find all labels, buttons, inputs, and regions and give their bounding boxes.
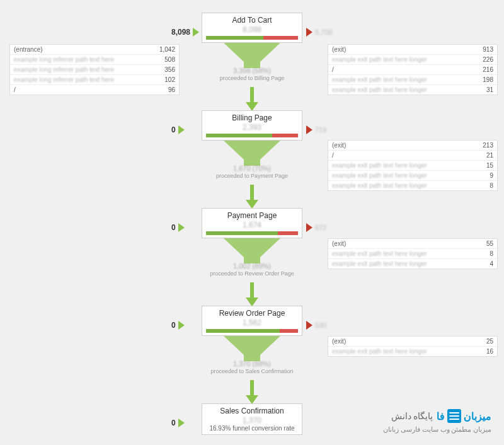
conversion-rate-text: 16.93% funnel conversion rate [206, 425, 298, 432]
row-value: 102 [150, 76, 175, 83]
entry-arrow: 0 [171, 321, 185, 330]
row-value: 508 [150, 56, 175, 63]
row-label: example exit path text here longer [332, 348, 468, 355]
funnel-connector: 3,398 (58%)proceeded to Billing Page [202, 43, 302, 81]
table-row: (entrance)1,042 [10, 45, 179, 55]
row-value: 55 [468, 240, 493, 247]
row-label: (exit) [332, 46, 468, 53]
row-value: 226 [468, 56, 493, 63]
proceed-count: 3,398 (58%) [202, 67, 302, 74]
arrow-right-icon [178, 419, 185, 427]
proceed-count: 1,370 (88%) [202, 360, 302, 367]
table-row: example long referrer path text here356 [10, 65, 179, 75]
table-row: example exit path text here longer4 [328, 259, 497, 269]
row-label: example long referrer path text here [14, 76, 150, 83]
progress-bar [206, 36, 298, 40]
table-row: example exit path text here longer8 [328, 181, 497, 190]
table-row: example exit path text here longer9 [328, 171, 497, 181]
row-label: (exit) [332, 240, 468, 247]
step-count: 1,674 [206, 221, 298, 229]
exit-arrow: 5,700 [306, 28, 333, 37]
table-row: /21 [328, 151, 497, 161]
step-title: Billing Page [206, 113, 298, 122]
arrow-stem [250, 185, 254, 201]
proceed-label: proceeded to Billing Page [202, 75, 302, 81]
row-value: 4 [468, 260, 493, 267]
table-row: /96 [10, 85, 179, 95]
row-value: 16 [468, 348, 493, 355]
brand-logo-icon [447, 409, 461, 423]
arrow-right-icon [178, 125, 185, 134]
proceed-label: proceeded to Review Order Page [202, 270, 302, 277]
row-value: 25 [468, 338, 493, 345]
row-label: example exit path text here longer [332, 172, 468, 179]
row-label: example exit path text here longer [332, 182, 468, 189]
row-label: example exit path text here longer [332, 56, 468, 63]
arrow-right-icon [193, 28, 199, 37]
funnel-step-box: Billing Page2,393 [202, 110, 302, 141]
table-row: example long referrer path text here508 [10, 55, 179, 65]
step-title: Sales Confirmation [206, 407, 298, 415]
row-label: example exit path text here longer [332, 260, 468, 267]
arrow-down-icon [246, 200, 258, 209]
row-label: example exit path text here longer [332, 76, 468, 83]
step-count: 8,098 [206, 25, 298, 34]
table-row: example exit path text here longer15 [328, 161, 497, 171]
row-value: 21 [468, 152, 493, 159]
brand-logo: فا میزبان [437, 409, 491, 423]
table-row: example exit path text here longer198 [328, 75, 497, 85]
exit-count: 5,700 [315, 28, 333, 36]
funnel-connector: 1,370 (88%)proceeded to Sales Confirmati… [202, 336, 302, 374]
arrow-down-icon [246, 298, 258, 306]
arrow-right-icon [306, 321, 312, 330]
entry-count: 0 [171, 321, 176, 330]
entry-arrow: 0 [171, 223, 185, 232]
exit-arrow: 530 [306, 321, 326, 330]
proceed-count: 1,670 (70%) [202, 165, 302, 172]
row-value: 8 [468, 250, 493, 257]
progress-bar [206, 231, 298, 235]
table-row: example exit path text here longer226 [328, 55, 497, 65]
row-value: 8 [468, 182, 493, 189]
arrow-stem [250, 380, 254, 396]
row-label: / [332, 66, 468, 73]
exit-destinations-table: (exit)913example exit path text here lon… [328, 44, 498, 95]
funnel-step-box: Add To Cart8,098 [202, 13, 302, 43]
step-title: Review Order Page [206, 309, 298, 318]
funnel-connector: 1,670 (70%)proceeded to Payment Page [202, 141, 302, 179]
svg-marker-2 [224, 238, 280, 263]
brand-subtitle: میزبان مطمئن وب سایت فارسی زبانان [383, 425, 491, 434]
row-value: 31 [468, 86, 493, 93]
row-value: 9 [468, 172, 493, 179]
row-label: example exit path text here longer [332, 162, 468, 169]
arrow-right-icon [306, 125, 312, 134]
step-count: 1,370 [206, 416, 298, 425]
funnel-step-box: Sales Confirmation1,37016.93% funnel con… [202, 403, 302, 435]
funnel-connector: 1,002 (89%)proceeded to Review Order Pag… [202, 238, 302, 277]
entry-count: 0 [171, 125, 176, 134]
row-value: 15 [468, 162, 493, 169]
proceed-count: 1,002 (89%) [202, 262, 302, 270]
table-row: example long referrer path text here102 [10, 75, 179, 85]
brand-kb-text: پایگاه دانش [391, 411, 433, 422]
arrow-stem [250, 282, 254, 299]
row-value: 1,042 [150, 46, 175, 53]
exit-destinations-table: (exit)25example exit path text here long… [328, 336, 498, 357]
exit-destinations-table: (exit)55example exit path text here long… [328, 238, 498, 269]
proceed-label: proceeded to Payment Page [202, 173, 302, 179]
entry-arrow: 8,098 [171, 28, 199, 37]
row-value: 213 [468, 142, 493, 149]
exit-count: 530 [315, 321, 326, 329]
entry-count: 8,098 [171, 28, 190, 37]
row-label: / [332, 152, 468, 159]
row-label: example long referrer path text here [14, 66, 150, 73]
exit-arrow: 672 [306, 223, 326, 232]
row-value: 198 [468, 76, 493, 83]
entry-sources-table: (entrance)1,042example long referrer pat… [9, 44, 180, 95]
row-label: (exit) [332, 142, 468, 149]
arrow-down-icon [246, 395, 258, 404]
entry-count: 0 [171, 419, 176, 427]
row-label: example exit path text here longer [332, 86, 468, 93]
brand-watermark: پایگاه دانش فا میزبان میزبان مطمئن وب سا… [383, 409, 491, 434]
table-row: (exit)913 [328, 45, 497, 55]
